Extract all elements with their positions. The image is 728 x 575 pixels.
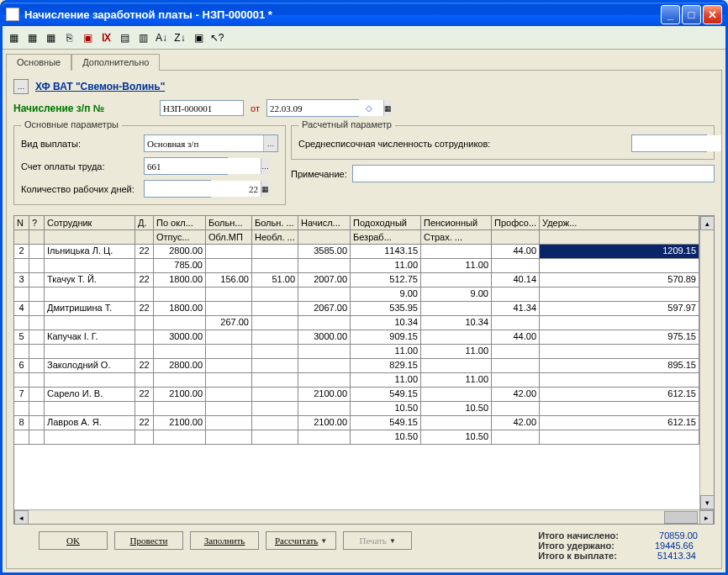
maximize-button[interactable]: □ <box>682 5 701 24</box>
org-link[interactable]: ХФ ВАТ "Свемон-Волинь" <box>35 81 165 92</box>
table-row[interactable]: 8Лавров А. Я.222100.002100.00549.1542.00… <box>14 416 699 430</box>
table-row-sub[interactable]: 10.5010.50 <box>14 402 699 416</box>
table-row[interactable]: 4Дмитришина Т.221800.002067.00535.9541.3… <box>14 302 699 316</box>
close-button[interactable]: ✕ <box>703 5 722 24</box>
tab-main[interactable]: Основные <box>6 54 71 71</box>
account-label: Счет оплаты труда: <box>21 161 139 171</box>
tab-extra[interactable]: Дополнительно <box>71 54 160 71</box>
horizontal-scrollbar[interactable]: ◂ ▸ <box>14 509 714 524</box>
calendar-icon[interactable]: ▦ <box>383 100 392 116</box>
table-row-sub[interactable]: 11.0011.00 <box>14 373 699 388</box>
main-params-group: Основные параметры Вид выплаты: … Счет о… <box>13 125 286 205</box>
toolbar-icon-11[interactable]: ▣ <box>191 30 206 45</box>
avg-input[interactable]: ▦ <box>631 135 707 152</box>
toolbar-icon-6[interactable]: Ⅸ <box>98 30 113 45</box>
post-button[interactable]: Провести <box>114 531 183 550</box>
table-row-sub[interactable]: 9.009.00 <box>14 288 699 302</box>
toolbar-icon-2[interactable]: ▦ <box>24 30 40 45</box>
table-row[interactable]: 6Заколодний О.222800.00829.15895.15 <box>14 359 699 373</box>
data-grid: N ? Сотрудник Д. По окл... Больн... Боль… <box>13 215 715 525</box>
note-label: Примечание: <box>291 169 347 179</box>
tab-strip: Основные Дополнительно <box>3 50 725 70</box>
toolbar-icon-3[interactable]: ▦ <box>43 30 58 45</box>
app-icon <box>6 8 19 21</box>
toolbar-icon-7[interactable]: ▤ <box>117 30 132 45</box>
toolbar-help-icon[interactable]: ↖? <box>209 30 224 45</box>
table-row-sub[interactable]: 785.0011.0011.00 <box>14 259 699 273</box>
scroll-up-icon[interactable]: ▴ <box>700 216 714 230</box>
table-row[interactable]: 3Ткачук Т. Й.221800.00156.0051.002007.00… <box>14 273 699 288</box>
calc-params-legend: Расчетный параметр <box>298 119 395 129</box>
org-select-button[interactable]: … <box>13 79 29 94</box>
table-row[interactable]: 7Сарело И. В.222100.002100.00549.1542.00… <box>14 388 699 402</box>
table-row[interactable]: 2Ільницька Л. Ц.222800.003585.001143.154… <box>14 245 699 259</box>
doc-no-input[interactable] <box>160 100 244 116</box>
grid-header: N ? Сотрудник Д. По окл... Больн... Боль… <box>14 216 699 230</box>
avg-label: Среднесписочная численность сотрудников: <box>298 139 626 149</box>
window-title: Начисление заработной платы - НЗП-000001… <box>24 8 661 21</box>
grid-body[interactable]: 2Ільницька Л. Ц.222800.003585.001143.154… <box>14 245 699 509</box>
grid-subheader: Отпус... Обл.МП Необл. ... Безраб... Стр… <box>14 230 699 245</box>
table-row-sub[interactable]: 10.5010.50 <box>14 430 699 445</box>
main-params-legend: Основные параметры <box>21 119 122 129</box>
toolbar: ▦ ▦ ▦ ⎘ ▣ Ⅸ ▤ ▥ A↓ Z↓ ▣ ↖? <box>3 26 725 50</box>
calc-icon[interactable]: ▦ <box>261 181 269 197</box>
combo-open-icon[interactable]: … <box>263 135 277 151</box>
date-nav-icon[interactable]: ◇ <box>366 103 372 113</box>
ok-button[interactable]: OK <box>39 531 108 550</box>
app-window: Начисление заработной платы - НЗП-000001… <box>0 0 728 575</box>
days-input[interactable]: ▦ <box>144 180 211 198</box>
toolbar-icon-8[interactable]: ▥ <box>135 30 150 45</box>
calc-params-group: Расчетный параметр Среднесписочная числе… <box>291 125 715 160</box>
scroll-down-icon[interactable]: ▾ <box>700 495 714 509</box>
calc-button[interactable]: Рассчитать▼ <box>266 531 336 550</box>
table-row[interactable]: 5Капучак І. Г.3000.003000.00909.1544.009… <box>14 330 699 345</box>
combo-open-icon[interactable]: … <box>261 158 269 174</box>
totals-block: Итого начислено:70859.00 Итого удержано:… <box>538 528 715 563</box>
table-row-sub[interactable]: 11.0011.00 <box>14 345 699 359</box>
vertical-scrollbar[interactable]: ▴ ▾ <box>699 216 714 509</box>
toolbar-sort-desc-icon[interactable]: Z↓ <box>172 30 187 45</box>
toolbar-sort-asc-icon[interactable]: A↓ <box>154 30 169 45</box>
table-row-sub[interactable]: 267.0010.3410.34 <box>14 316 699 330</box>
print-button[interactable]: Печать▼ <box>343 531 412 550</box>
main-panel: … ХФ ВАТ "Свемон-Волинь" Начисление з/п … <box>6 70 722 569</box>
from-label: от <box>251 103 260 113</box>
account-combo[interactable]: … <box>144 157 228 175</box>
minimize-button[interactable]: _ <box>661 5 680 24</box>
toolbar-icon-4[interactable]: ⎘ <box>61 30 76 45</box>
pay-type-combo[interactable]: … <box>144 135 278 152</box>
toolbar-icon-1[interactable]: ▦ <box>6 30 21 45</box>
note-input[interactable] <box>352 165 715 182</box>
scroll-right-icon[interactable]: ▸ <box>699 510 714 525</box>
days-label: Количество рабочих дней: <box>21 184 139 194</box>
action-buttons: OK Провести Заполнить Рассчитать▼ Печать… <box>13 528 412 550</box>
toolbar-icon-5[interactable]: ▣ <box>80 30 95 45</box>
fill-button[interactable]: Заполнить <box>190 531 259 550</box>
date-input[interactable]: ▦ <box>266 99 359 117</box>
title-bar: Начисление заработной платы - НЗП-000001… <box>3 3 725 26</box>
pay-type-label: Вид выплаты: <box>21 139 139 149</box>
payroll-no-label: Начисление з/п № <box>13 103 104 114</box>
scroll-thumb[interactable] <box>664 511 698 524</box>
scroll-left-icon[interactable]: ◂ <box>14 510 29 525</box>
